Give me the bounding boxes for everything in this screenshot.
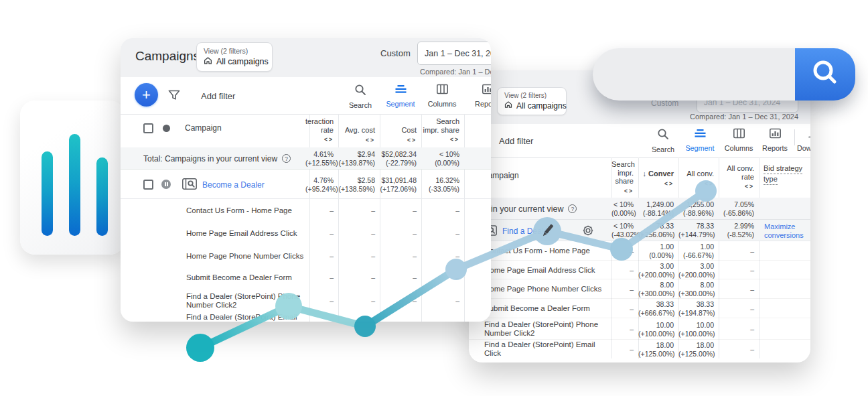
table-row[interactable]: Submit Become a Dealer Form – 38.33(+666…: [469, 299, 810, 318]
cell-all-conv: 18.00(+125.00%): [678, 341, 719, 358]
compare-range-icon[interactable]: <>: [380, 136, 417, 145]
cell-empty: –: [338, 273, 380, 282]
cell-all-conv: 3.00(+200.00%): [678, 262, 719, 279]
cell-cost: $31,091.48(+172.06%): [380, 176, 421, 193]
column-header-avg-cost[interactable]: Avg. cost <>: [338, 126, 380, 144]
campaign-link[interactable]: Become a Dealer: [202, 180, 265, 190]
bar-icon: [96, 157, 108, 236]
table-row[interactable]: Find a Dealer (StorePoint) Email Click –…: [121, 314, 491, 322]
filter-icon[interactable]: [168, 90, 180, 103]
date-preset-label[interactable]: Custom: [380, 48, 411, 58]
cell-search-impr-share: < 10%(-43.02%): [611, 222, 638, 239]
table-row[interactable]: Home Page Phone Number Clicks – 8.00(+30…: [469, 279, 810, 299]
home-icon: [204, 56, 212, 67]
search-campaign-icon: [182, 178, 197, 192]
cell-empty: –: [338, 206, 380, 215]
cell-empty: –: [338, 318, 380, 322]
column-header-interaction-rate[interactable]: teraction rate <>: [305, 117, 338, 144]
table-row[interactable]: Find a Dealer (StorePoint) Phone Number …: [121, 287, 491, 314]
column-header-bid-strategy-type[interactable]: Bid strategy type: [764, 164, 802, 186]
add-campaign-button[interactable]: +: [135, 83, 158, 107]
toolbar-reports[interactable]: Reports: [472, 84, 491, 108]
cell-conversions: 10.00(+100.00%): [638, 321, 678, 338]
total-search-impr-share: < 10%(0.00%): [421, 150, 464, 167]
table-row[interactable]: Contact Us Form - Home Page – – – –: [121, 199, 491, 222]
conversion-action-label: Contact Us Form - Home Page: [186, 199, 313, 222]
row-checkbox[interactable]: [143, 180, 153, 190]
cell-empty: –: [421, 297, 464, 306]
column-header-search-impr-share[interactable]: Search impr. share <>: [611, 160, 638, 195]
toolbar-reports[interactable]: Reports: [759, 128, 791, 152]
table-row[interactable]: Home Page Email Address Click – – – –: [121, 222, 491, 245]
campaign-link[interactable]: Find a Dealer: [502, 226, 551, 236]
conversion-action-label: Find a Dealer (StorePoint) Phone Number …: [484, 318, 601, 340]
columns-icon: [733, 128, 745, 141]
total-row: Total: Campaigns in your current view ? …: [469, 198, 810, 220]
compare-range-icon[interactable]: <>: [678, 180, 714, 188]
page-title: Campaigns: [135, 49, 200, 64]
add-filter-button[interactable]: Add filter: [499, 136, 533, 146]
column-header-conversions[interactable]: ↓ Conver <>: [638, 170, 678, 188]
cell-empty: –: [719, 345, 759, 354]
toolbar-search[interactable]: Search: [344, 84, 376, 109]
cell-empty: –: [421, 273, 464, 282]
column-header-search-impr-share[interactable]: Search impr. share <>: [421, 117, 464, 144]
toolbar-columns[interactable]: Columns: [426, 84, 458, 108]
cell-empty: –: [611, 247, 638, 256]
compare-range-icon[interactable]: <>: [338, 136, 375, 145]
cell-empty: –: [338, 252, 380, 261]
gear-icon[interactable]: [583, 225, 593, 239]
search-icon: [354, 84, 366, 98]
paused-status-icon[interactable]: [161, 180, 171, 189]
cell-empty: –: [380, 206, 421, 215]
toolbar-search[interactable]: Search: [647, 128, 679, 153]
conversion-action-label: Find a Dealer (StorePoint) Phone Number …: [186, 287, 310, 314]
toolbar-download[interactable]: Download: [797, 128, 810, 152]
cell-conversions: 8.00(+300.00%): [638, 281, 678, 298]
cell-conversions: 3.00(+200.00%): [638, 262, 678, 279]
cell-empty: –: [305, 206, 338, 215]
toolbar-columns[interactable]: Columns: [723, 128, 755, 152]
table-row[interactable]: Find a Dealer (StorePoint) Phone Number …: [469, 318, 810, 340]
home-icon: [504, 101, 512, 111]
column-header-campaign[interactable]: Campaign: [185, 123, 222, 133]
help-icon[interactable]: ?: [568, 204, 577, 213]
cell-empty: –: [305, 318, 338, 322]
toolbar-segment[interactable]: Segment: [684, 128, 716, 152]
cell-empty: –: [380, 297, 421, 306]
table-header-row: Campaign Search impr. share <> ↓ Conver …: [469, 157, 810, 198]
compare-range-icon[interactable]: <>: [421, 135, 459, 144]
compare-range-icon[interactable]: <>: [719, 182, 754, 191]
segment-icon: [695, 128, 706, 141]
cell-empty: –: [338, 229, 380, 238]
table-row[interactable]: Contact Us Form - Home Page – 1.00(0.00%…: [469, 241, 810, 261]
table-row[interactable]: Submit Become a Dealer Form – – – –: [121, 267, 491, 287]
compare-range-icon[interactable]: <>: [611, 187, 634, 196]
table-row[interactable]: Home Page Email Address Click – 3.00(+20…: [469, 261, 810, 279]
campaign-row[interactable]: Find a Dealer < 10%(-43.02%) 78.33(+256.…: [469, 220, 810, 241]
cell-empty: –: [305, 229, 338, 238]
date-range-picker[interactable]: Jan 1 – Dec 31, 202: [417, 42, 491, 65]
campaigns-view-chip[interactable]: View (2 filters) All campaigns: [497, 87, 567, 115]
campaigns-view-chip[interactable]: View (2 filters) All campaigns: [196, 42, 273, 72]
toolbar-segment[interactable]: Segment: [384, 84, 417, 108]
reports-icon: [482, 84, 492, 97]
column-header-all-conv[interactable]: All conv. <>: [678, 170, 719, 188]
compare-range-icon[interactable]: <>: [638, 180, 674, 188]
bid-strategy-link[interactable]: Maximize conversions: [764, 222, 804, 240]
column-header-cost[interactable]: Cost <>: [380, 126, 421, 144]
cell-empty: –: [719, 247, 759, 256]
compare-range-icon[interactable]: <>: [305, 135, 334, 144]
status-dot-icon[interactable]: [163, 125, 170, 132]
campaign-row[interactable]: Become a Dealer 4.76%(+95.24%) $2.58(+13…: [121, 170, 491, 199]
cell-all-conv: 10.00(+100.00%): [678, 321, 719, 338]
table-row[interactable]: Home Page Phone Number Clicks – – – –: [121, 245, 491, 267]
search-button[interactable]: [795, 48, 855, 101]
table-row[interactable]: Find a Dealer (StorePoint) Email Click –…: [469, 340, 810, 358]
help-icon[interactable]: ?: [282, 154, 291, 163]
column-header-all-conv-rate[interactable]: All conv. rate <>: [719, 164, 759, 191]
select-all-checkbox[interactable]: [143, 123, 153, 133]
add-filter-button[interactable]: Add filter: [201, 91, 235, 101]
campaigns-panel-right: View (2 filters) All campaigns Custom Ja…: [469, 70, 810, 362]
search-bar[interactable]: [593, 48, 855, 101]
